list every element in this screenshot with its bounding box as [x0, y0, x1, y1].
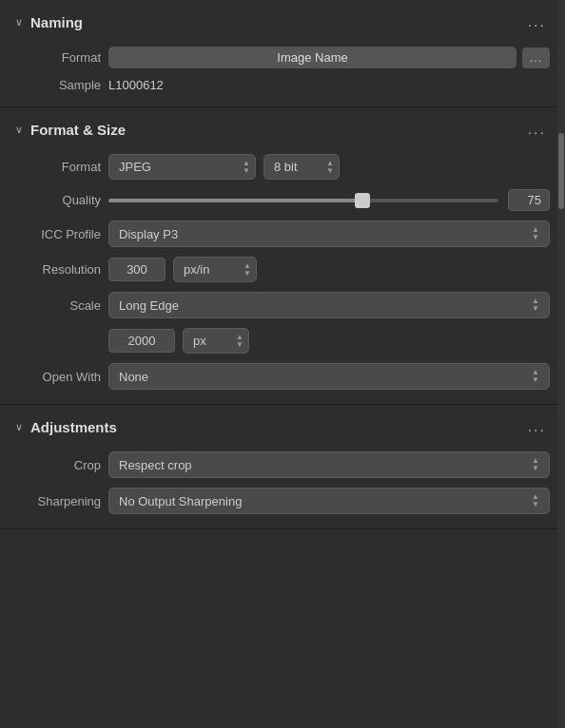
- scale-arrows-icon: ▲ ▼: [532, 297, 539, 313]
- resolution-unit-wrapper: px/in ▲ ▼: [173, 257, 257, 282]
- naming-sample-label: Sample: [15, 78, 101, 92]
- scale-unit-dropdown[interactable]: px ▲ ▼: [183, 328, 249, 354]
- sharpening-value: No Output Sharpening: [119, 494, 242, 508]
- crop-select-container: Respect crop ▲ ▼: [108, 451, 550, 478]
- open-with-label: Open With: [15, 370, 101, 384]
- resolution-controls: px/in ▲ ▼: [108, 257, 257, 282]
- scale-unit-arrows-icon: ▲ ▼: [236, 334, 244, 349]
- adjustments-chevron-icon[interactable]: ∨: [15, 421, 23, 433]
- icc-profile-value: Display P3: [119, 227, 178, 241]
- crop-row: Crop Respect crop ▲ ▼: [0, 447, 565, 483]
- naming-header-left: ∨ Naming: [15, 14, 83, 30]
- crop-arrows-icon: ▲ ▼: [532, 457, 539, 472]
- bit-dropdown-value: 8 bit: [274, 160, 298, 174]
- crop-label: Crop: [15, 458, 101, 472]
- bit-dropdown[interactable]: 8 bit ▲ ▼: [263, 154, 340, 180]
- quality-container: 75: [108, 189, 550, 211]
- format-selects: JPEG ▲ ▼ 8 bit ▲ ▼: [108, 154, 340, 180]
- format-dropdown[interactable]: JPEG ▲ ▼: [108, 154, 256, 180]
- format-input-container: Image Name ...: [108, 47, 550, 68]
- sharpening-dropdown[interactable]: No Output Sharpening ▲ ▼: [108, 488, 550, 514]
- crop-value: Respect crop: [119, 458, 192, 472]
- scale-unit-wrapper: px ▲ ▼: [183, 328, 249, 354]
- open-with-arrows-icon: ▲ ▼: [532, 369, 539, 384]
- open-with-value: None: [119, 370, 148, 384]
- adjustments-menu-button[interactable]: ...: [524, 416, 550, 437]
- format-select-wrapper: JPEG ▲ ▼: [108, 154, 256, 180]
- quality-value[interactable]: 75: [508, 189, 550, 211]
- sharpening-select-container: No Output Sharpening ▲ ▼: [108, 488, 550, 514]
- adjustments-header-left: ∨ Adjustments: [15, 419, 117, 435]
- crop-dropdown[interactable]: Respect crop ▲ ▼: [108, 451, 550, 478]
- adjustments-section: ∨ Adjustments ... Crop Respect crop ▲ ▼ …: [0, 405, 565, 529]
- scale-value: Long Edge: [119, 298, 179, 313]
- format-size-menu-button[interactable]: ...: [524, 119, 550, 140]
- export-panel: ∨ Naming ... Format Image Name ... Sampl…: [0, 0, 565, 529]
- naming-header: ∨ Naming ...: [0, 0, 565, 42]
- scale-number-row: px ▲ ▼: [0, 323, 565, 358]
- scale-number-controls: px ▲ ▼: [108, 328, 249, 354]
- sharpening-label: Sharpening: [15, 494, 101, 508]
- open-with-select-container: None ▲ ▼: [108, 363, 550, 390]
- quality-label: Quality: [15, 193, 101, 207]
- bit-arrows-icon: ▲ ▼: [326, 160, 334, 175]
- quality-slider-thumb[interactable]: [355, 193, 370, 208]
- naming-chevron-icon[interactable]: ∨: [15, 16, 23, 29]
- scale-row: Scale Long Edge ▲ ▼: [0, 287, 565, 323]
- naming-ellipsis-button[interactable]: ...: [522, 48, 550, 68]
- naming-section: ∨ Naming ... Format Image Name ... Sampl…: [0, 0, 565, 107]
- naming-format-row: Format Image Name ...: [0, 42, 565, 73]
- scale-unit-value: px: [193, 334, 206, 348]
- naming-format-label: Format: [15, 50, 101, 65]
- quality-slider-track[interactable]: [108, 199, 498, 202]
- scrollbar-thumb: [558, 133, 564, 209]
- bit-select-wrapper: 8 bit ▲ ▼: [263, 154, 340, 180]
- naming-sample-row: Sample L1000612: [0, 73, 565, 97]
- format-label: Format: [15, 160, 101, 174]
- naming-sample-value: L1000612: [108, 78, 164, 92]
- quality-row: Quality 75: [0, 184, 565, 216]
- resolution-unit-value: px/in: [184, 262, 209, 277]
- scale-number-input[interactable]: [108, 329, 175, 353]
- format-arrows-icon: ▲ ▼: [243, 160, 250, 175]
- resolution-input[interactable]: [108, 258, 166, 281]
- naming-title: Naming: [30, 14, 83, 30]
- naming-menu-button[interactable]: ...: [524, 11, 550, 32]
- adjustments-title: Adjustments: [30, 419, 117, 435]
- format-dropdown-value: JPEG: [119, 160, 151, 174]
- format-size-header: ∨ Format & Size ...: [0, 107, 565, 149]
- naming-format-pill[interactable]: Image Name: [108, 47, 516, 68]
- format-size-header-left: ∨ Format & Size: [15, 122, 126, 138]
- resolution-unit-arrows-icon: ▲ ▼: [244, 262, 251, 278]
- sharpening-arrows-icon: ▲ ▼: [532, 493, 539, 508]
- scale-dropdown[interactable]: Long Edge ▲ ▼: [108, 292, 550, 318]
- icc-profile-select-container: Display P3 ▲ ▼: [108, 220, 550, 247]
- open-with-row: Open With None ▲ ▼: [0, 358, 565, 394]
- icc-profile-row: ICC Profile Display P3 ▲ ▼: [0, 216, 565, 252]
- scrollbar[interactable]: [557, 0, 565, 728]
- scale-label: Scale: [15, 298, 101, 313]
- icc-profile-dropdown[interactable]: Display P3 ▲ ▼: [108, 220, 550, 247]
- resolution-label: Resolution: [15, 262, 101, 277]
- format-size-section: ∨ Format & Size ... Format JPEG ▲ ▼: [0, 107, 565, 405]
- open-with-dropdown[interactable]: None ▲ ▼: [108, 363, 550, 390]
- icc-profile-label: ICC Profile: [15, 227, 101, 241]
- icc-profile-arrows-icon: ▲ ▼: [532, 226, 539, 241]
- resolution-unit-dropdown[interactable]: px/in ▲ ▼: [173, 257, 257, 282]
- format-size-chevron-icon[interactable]: ∨: [15, 124, 23, 136]
- scale-select-container: Long Edge ▲ ▼: [108, 292, 550, 318]
- sharpening-row: Sharpening No Output Sharpening ▲ ▼: [0, 483, 565, 519]
- adjustments-header: ∨ Adjustments ...: [0, 405, 565, 447]
- format-row: Format JPEG ▲ ▼ 8 bit ▲: [0, 149, 565, 184]
- resolution-row: Resolution px/in ▲ ▼: [0, 252, 565, 287]
- format-size-title: Format & Size: [30, 122, 126, 138]
